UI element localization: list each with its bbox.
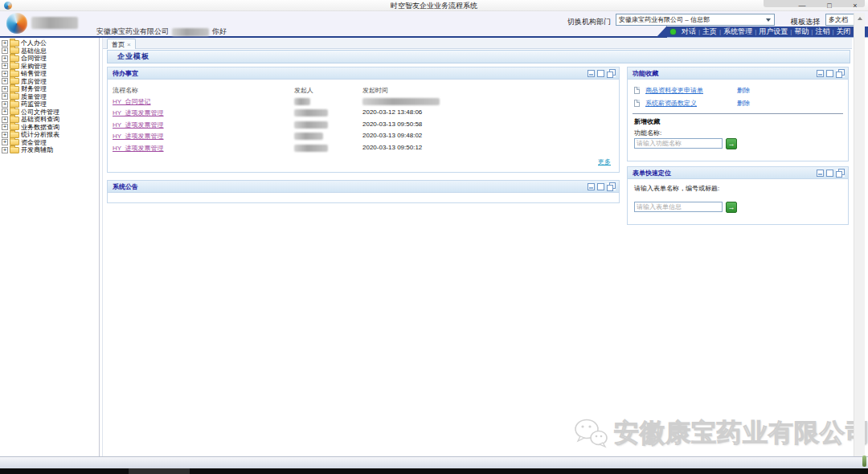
redacted-user-name <box>172 28 209 36</box>
panel-maximize-icon[interactable] <box>597 70 604 77</box>
nav-chat[interactable]: 对话 <box>682 27 696 37</box>
start-time: 2020-03-12 13:48:06 <box>362 108 422 116</box>
panel-popout-icon[interactable] <box>607 70 616 77</box>
form-locator-panel: 表单快速定位 请输入表单名称，编号或标题: → <box>627 166 849 225</box>
panel-collapse-icon[interactable] <box>817 70 824 77</box>
nav-separator: | <box>719 28 721 35</box>
nav-separator: | <box>698 28 700 35</box>
expand-icon[interactable]: + <box>2 63 8 69</box>
maximize-button[interactable]: □ <box>827 2 831 10</box>
nav-separator: | <box>832 28 833 35</box>
announcement-panel-header: 系统公告 <box>108 181 619 193</box>
panel-controls <box>585 70 616 77</box>
expand-icon[interactable]: + <box>2 116 8 123</box>
panel-controls <box>814 170 845 177</box>
nav-home[interactable]: 主页 <box>702 27 717 37</box>
expand-icon[interactable]: + <box>2 40 8 47</box>
column-start-time: 发起时间 <box>362 86 388 95</box>
flow-link[interactable]: HY_进项发票管理 <box>113 132 164 141</box>
column-flow-name: 流程名称 <box>113 86 138 95</box>
nav-user-settings[interactable]: 用户设置 <box>759 27 788 37</box>
announcement-panel-title: 系统公告 <box>113 182 138 191</box>
delete-link[interactable]: 删除 <box>737 99 750 108</box>
panel-maximize-icon[interactable] <box>597 183 604 190</box>
watermark: 安徽康宝药业有限公司 <box>572 416 868 450</box>
panel-maximize-icon[interactable] <box>826 70 833 77</box>
panel-controls <box>585 183 616 190</box>
redacted-time <box>362 98 440 105</box>
expand-icon[interactable]: + <box>2 78 8 84</box>
add-favorite-title: 新增收藏 <box>634 117 660 126</box>
expand-icon[interactable]: + <box>2 86 8 92</box>
go-button[interactable]: → <box>726 138 737 149</box>
redacted-initiator <box>294 98 310 105</box>
delete-link[interactable]: 删除 <box>737 86 750 95</box>
form-locator-hint: 请输入表单名称，编号或标题: <box>634 184 719 193</box>
expand-icon[interactable]: + <box>2 93 8 100</box>
panel-collapse-icon[interactable] <box>588 183 595 190</box>
favorite-link[interactable]: 商品资料变更申请单 <box>645 86 703 95</box>
form-locator-input[interactable] <box>634 202 723 212</box>
tab-close-icon[interactable]: × <box>127 41 131 48</box>
form-locator-panel-header: 表单快速定位 <box>628 167 848 179</box>
os-title-bar: 时空智友企业业务流程系统 — □ × <box>0 0 868 11</box>
divider <box>633 113 843 114</box>
expand-icon[interactable]: + <box>2 147 8 153</box>
flow-link[interactable]: HY_进项发票管理 <box>113 108 164 117</box>
company-logo-icon <box>6 13 27 34</box>
todo-panel-title: 待办事宜 <box>113 69 138 78</box>
panel-controls <box>814 70 845 77</box>
close-button[interactable]: × <box>853 2 857 10</box>
panel-popout-icon[interactable] <box>607 183 616 190</box>
sidebar-item-developer-tools[interactable]: +开发商辅助 <box>0 146 99 154</box>
flow-link[interactable]: HY_合同登记 <box>113 97 151 106</box>
vertical-scrollbar[interactable] <box>854 13 865 456</box>
table-row: HY_进项发票管理 2020-03-12 13:48:06 <box>108 108 619 119</box>
window-controls: — □ × <box>788 0 868 11</box>
go-button[interactable]: → <box>726 202 737 213</box>
favorites-panel-header: 功能收藏 <box>628 67 848 80</box>
nav-system-admin[interactable]: 系统管理 <box>723 27 752 37</box>
expand-icon[interactable]: + <box>2 132 8 138</box>
expand-icon[interactable]: + <box>2 71 8 77</box>
expand-icon[interactable]: + <box>2 108 8 115</box>
panel-popout-icon[interactable] <box>836 170 845 177</box>
favorites-panel-title: 功能收藏 <box>633 69 658 78</box>
nav-logout[interactable]: 注销 <box>815 27 829 37</box>
announcement-panel: 系统公告 <box>107 180 620 203</box>
more-link[interactable]: 更多 <box>598 157 611 166</box>
expand-icon[interactable]: + <box>2 124 8 130</box>
favorite-item: 商品资料变更申请单 删除 <box>628 86 848 96</box>
expand-icon[interactable]: + <box>2 55 8 62</box>
header: 安徽康宝药业有限公司 你好 切换机构部门 安徽康宝药业有限公司 – 信息部 模板… <box>0 11 868 38</box>
expand-icon[interactable]: + <box>2 47 8 54</box>
panel-collapse-icon[interactable] <box>588 70 595 77</box>
flow-link[interactable]: HY_进项发票管理 <box>113 144 164 153</box>
tab-home[interactable]: 首页 × <box>107 39 136 49</box>
org-switch-label: 切换机构部门 <box>567 17 611 27</box>
table-row: HY_进项发票管理 2020-03-13 09:50:12 <box>108 144 619 154</box>
nav-help[interactable]: 帮助 <box>794 27 809 37</box>
function-name-input[interactable] <box>634 138 723 149</box>
flow-link[interactable]: HY_进项发票管理 <box>113 121 164 129</box>
panel-popout-icon[interactable] <box>836 70 845 77</box>
page-title-band: 企业模板 <box>107 50 850 63</box>
taskbar-segment <box>129 468 190 474</box>
watermark-text: 安徽康宝药业有限公司 <box>614 416 868 450</box>
start-time: 2020-03-13 09:50:12 <box>362 144 422 151</box>
expand-icon[interactable]: + <box>2 101 8 108</box>
expand-icon[interactable]: + <box>2 139 8 145</box>
function-name-label: 功能名称: <box>634 129 661 137</box>
minimize-button[interactable]: — <box>798 2 805 10</box>
panel-collapse-icon[interactable] <box>817 170 824 177</box>
tab-bar: 首页 × <box>103 38 852 49</box>
screen-bottom-strip <box>0 468 868 474</box>
app-title: 时空智友企业业务流程系统 <box>0 1 868 11</box>
status-bar <box>0 456 868 468</box>
panel-maximize-icon[interactable] <box>826 170 833 177</box>
nav-close[interactable]: 关闭 <box>836 27 850 37</box>
sidebar-item-label: 开发商辅助 <box>21 145 53 154</box>
favorite-link[interactable]: 系统薪资函数定义 <box>645 99 697 108</box>
org-select[interactable]: 安徽康宝药业有限公司 – 信息部 <box>616 14 775 26</box>
scroll-up-icon[interactable] <box>854 13 865 23</box>
